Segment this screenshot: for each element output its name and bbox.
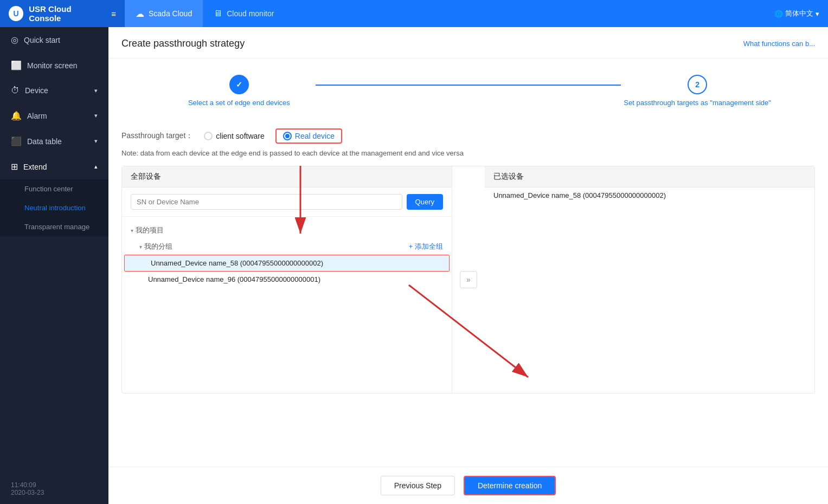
lang-label: 简体中文	[785, 9, 813, 18]
step-1-circle: ✓	[229, 75, 249, 94]
brand-icon: U	[9, 6, 23, 21]
all-devices-header: 全部设备	[122, 166, 452, 188]
sidebar-item-alarm[interactable]: 🔔 Alarm ▾	[0, 103, 108, 128]
sidebar-item-transparent-manage[interactable]: Transparent manage	[0, 217, 108, 236]
device-tree: ▾ 我的项目 ▾ 我的分组 + 添加全组	[122, 217, 452, 293]
sidebar-item-quick-start[interactable]: ◎ Quick start	[0, 27, 108, 53]
main-layout: ◎ Quick start ⬜ Monitor screen ⏱ Device …	[0, 27, 828, 504]
radio-client-circle	[204, 132, 213, 140]
sidebar-clock-area: 11:40:09 2020-03-23	[0, 474, 108, 504]
tree-group-project: ▾ 我的项目	[122, 222, 452, 238]
brand-label: USR Cloud Console	[29, 4, 104, 23]
passthrough-target-row: Passthrough target： client software Real…	[121, 128, 815, 144]
chevron-up-icon: ▴	[94, 163, 98, 170]
radio-client-software[interactable]: client software	[204, 132, 264, 140]
step-2-circle: 2	[688, 75, 707, 94]
sidebar-item-device[interactable]: ⏱ Device ▾	[0, 78, 108, 103]
page-title: Create passthrough strategy	[121, 38, 245, 49]
sidebar-item-extend[interactable]: ⊞ Extend ▴	[0, 154, 108, 179]
sidebar-item-label: Monitor screen	[27, 61, 78, 70]
determine-creation-button[interactable]: Determine creation	[464, 476, 556, 495]
nav-tabs: ☁ Scada Cloud 🖥 Cloud monitor	[125, 0, 774, 27]
page-content: Create passthrough strategy What functio…	[108, 27, 828, 504]
radio-real-device-box[interactable]: Real device	[275, 128, 342, 144]
help-link[interactable]: What functions can b...	[743, 40, 815, 48]
top-right-area: 🌐 简体中文 ▾	[774, 9, 828, 18]
caret-down-icon: ▾	[131, 228, 133, 234]
chevron-down-icon: ▾	[94, 138, 98, 145]
group-label: 我的项目	[136, 225, 164, 235]
extend-icon: ⊞	[11, 161, 18, 172]
neutral-intro-label: Neutral introduction	[24, 204, 86, 212]
sidebar-item-label: Data table	[27, 137, 62, 146]
step-2: 2 Set passthrough targets as "management…	[621, 75, 774, 107]
device-icon: ⏱	[11, 86, 20, 95]
menu-icon[interactable]: ≡	[111, 9, 116, 18]
tab-scada-label: Scada Cloud	[149, 9, 192, 18]
date-display: 2020-03-23	[11, 489, 98, 496]
note-text: Note: data from each device at the edge …	[121, 149, 815, 157]
step-connector	[316, 85, 621, 86]
bottom-actions: Previous Step Determine creation	[108, 467, 828, 504]
monitor-nav-icon: 🖥	[214, 9, 222, 18]
alarm-icon: 🔔	[11, 111, 22, 121]
passthrough-label: Passthrough target：	[121, 131, 193, 141]
sidebar-item-label: Device	[25, 86, 48, 95]
form-area: Passthrough target： client software Real…	[108, 118, 828, 467]
device-section: 全部设备 Query ▾ 我的项目	[121, 166, 815, 393]
language-selector[interactable]: 🌐 简体中文 ▾	[774, 9, 819, 18]
sidebar-item-monitor-screen[interactable]: ⬜ Monitor screen	[0, 53, 108, 78]
sidebar-item-data-table[interactable]: ⬛ Data table ▾	[0, 128, 108, 154]
transparent-manage-label: Transparent manage	[24, 223, 89, 231]
tab-monitor[interactable]: 🖥 Cloud monitor	[203, 0, 285, 27]
device-58-name: Unnamed_Device name_58 (0004795500000000…	[151, 259, 323, 267]
radio-client-label: client software	[216, 132, 264, 140]
device-item-96[interactable]: Unnamed_Device name_96 (0004795500000000…	[122, 272, 452, 287]
selected-device-58-name: Unnamed_Device name_58 (0004795500000000…	[493, 191, 666, 199]
subgroup-label-area: ▾ 我的分组	[139, 242, 172, 251]
scada-icon: ☁	[136, 9, 144, 19]
selected-device-item-58: Unnamed_Device name_58 (0004795500000000…	[485, 188, 814, 203]
sidebar-item-neutral-intro[interactable]: Neutral introduction	[0, 198, 108, 217]
brand-area: U USR Cloud Console ≡	[0, 0, 125, 27]
caret-down-icon: ▾	[139, 244, 142, 250]
monitor-screen-icon: ⬜	[11, 60, 22, 70]
stepper: ✓ Select a set of edge end devices 2 Set…	[108, 59, 828, 118]
main-content: Create passthrough strategy What functio…	[108, 27, 828, 504]
function-center-label: Function center	[24, 185, 73, 193]
tab-scada[interactable]: ☁ Scada Cloud	[125, 0, 203, 27]
tree-subgroup-row: ▾ 我的分组 + 添加全组	[122, 238, 452, 255]
selected-devices-header: 已选设备	[485, 166, 814, 188]
transfer-middle: »	[452, 166, 485, 393]
chevron-down-icon: ▾	[816, 10, 819, 18]
device-transfer-container: 全部设备 Query ▾ 我的项目	[121, 166, 815, 393]
add-group-button[interactable]: + 添加全组	[409, 242, 443, 251]
clock-display: 11:40:09	[11, 481, 98, 489]
sidebar-item-label: Extend	[23, 163, 47, 171]
previous-step-button[interactable]: Previous Step	[381, 476, 455, 495]
transfer-button[interactable]: »	[460, 271, 477, 288]
step-2-label: Set passthrough targets as "management s…	[624, 99, 771, 107]
device-search-area: Query	[122, 188, 452, 217]
device-right-panel: 已选设备 Unnamed_Device name_58 (00047955000…	[485, 166, 814, 393]
data-table-icon: ⬛	[11, 136, 22, 146]
device-item-58[interactable]: Unnamed_Device name_58 (0004795500000000…	[124, 255, 450, 272]
radio-real-label: Real device	[295, 132, 335, 140]
step-1: ✓ Select a set of edge end devices	[163, 75, 316, 107]
radio-real-circle	[283, 132, 292, 140]
subgroup-label: 我的分组	[144, 242, 172, 251]
device-96-name: Unnamed_Device name_96 (0004795500000000…	[148, 275, 320, 283]
sidebar-item-label: Quick start	[24, 36, 60, 44]
page-header: Create passthrough strategy What functio…	[108, 27, 828, 59]
device-left-panel: 全部设备 Query ▾ 我的项目	[122, 166, 452, 393]
sidebar: ◎ Quick start ⬜ Monitor screen ⏱ Device …	[0, 27, 108, 504]
step-1-label: Select a set of edge end devices	[188, 99, 290, 107]
tab-monitor-label: Cloud monitor	[227, 9, 274, 18]
chevron-down-icon: ▾	[94, 87, 98, 94]
sidebar-submenu-extend: Function center Neutral introduction Tra…	[0, 179, 108, 236]
search-input[interactable]	[131, 194, 402, 210]
top-navigation: U USR Cloud Console ≡ ☁ Scada Cloud 🖥 Cl…	[0, 0, 828, 27]
query-button[interactable]: Query	[407, 194, 443, 210]
sidebar-item-label: Alarm	[27, 112, 47, 120]
sidebar-item-function-center[interactable]: Function center	[0, 179, 108, 198]
